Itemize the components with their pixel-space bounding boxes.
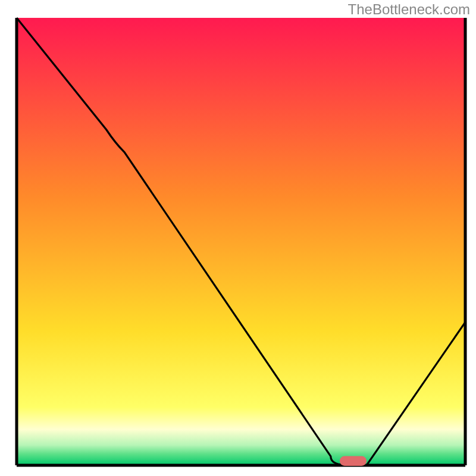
watermark-text: TheBottleneck.com (348, 1, 470, 18)
gradient-background (17, 18, 465, 465)
chart-container: TheBottleneck.com (0, 0, 476, 476)
bottleneck-chart (0, 0, 476, 476)
optimal-zone-marker (340, 456, 367, 466)
